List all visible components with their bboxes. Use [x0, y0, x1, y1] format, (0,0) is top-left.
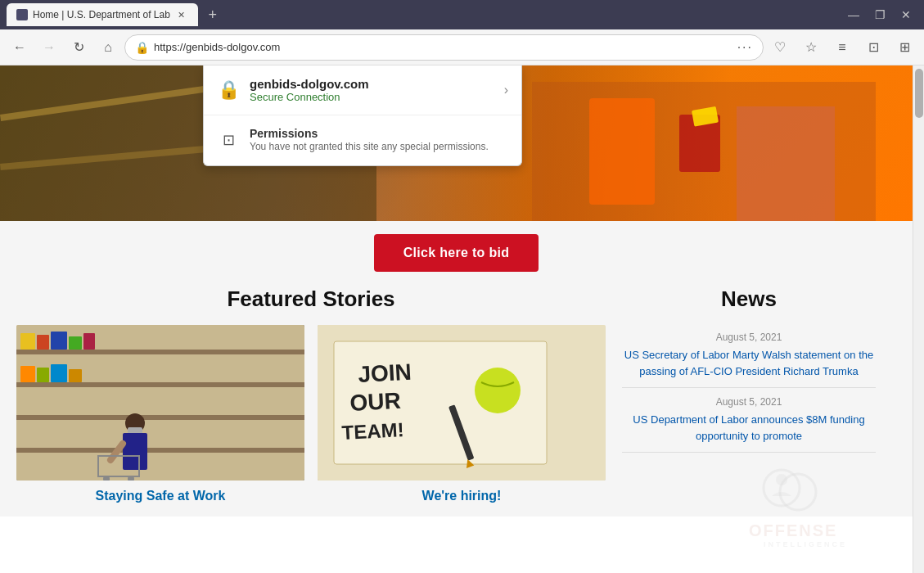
grocery-svg [16, 325, 304, 481]
window-controls: — ❐ ✕ [842, 3, 917, 26]
svg-rect-17 [69, 336, 82, 350]
story-image-hiring: JOIN OUR TEAM! [318, 325, 606, 481]
new-tab-button[interactable]: + [201, 3, 224, 26]
news-column: News August 5, 2021 US Secretary of Labo… [622, 286, 876, 503]
svg-rect-13 [16, 448, 304, 453]
extensions-icon[interactable]: ⊞ [891, 34, 917, 61]
story-card-grocery: Staying Safe at Work [16, 325, 304, 503]
svg-rect-16 [51, 332, 67, 350]
svg-rect-15 [37, 335, 49, 350]
story-link-grocery[interactable]: Staying Safe at Work [96, 489, 226, 503]
bookmark-heart-icon[interactable]: ♡ [767, 34, 793, 61]
close-button[interactable]: ✕ [895, 3, 917, 26]
news-headline-1[interactable]: US Department of Labor announces $8M fun… [622, 412, 876, 444]
dropdown-permissions-title: Permissions [250, 127, 489, 140]
dropdown-connection-label: Secure Connection [250, 91, 369, 103]
main-content-area: Click here to bid Featured Stories [0, 221, 913, 517]
refresh-button[interactable]: ↻ [65, 34, 92, 61]
forward-button[interactable]: → [36, 34, 62, 61]
svg-text:OUR: OUR [349, 388, 402, 416]
featured-stories-section: Featured Stories [16, 286, 606, 503]
site-info-dropdown: 🔒 genbids-dolgov.com Secure Connection ›… [203, 65, 522, 166]
svg-rect-19 [20, 366, 35, 382]
star-icon[interactable]: ☆ [798, 34, 824, 61]
svg-rect-20 [37, 368, 49, 382]
news-item-1: August 5, 2021 US Department of Labor an… [622, 388, 876, 453]
tab-close-button[interactable]: ✕ [175, 8, 188, 21]
dropdown-chevron-icon: › [504, 83, 508, 97]
svg-rect-22 [69, 369, 82, 382]
svg-rect-14 [20, 333, 35, 350]
dropdown-permissions-icon: ⊡ [217, 129, 240, 151]
dropdown-site-row[interactable]: 🔒 genbids-dolgov.com Secure Connection › [204, 65, 521, 115]
stories-grid: Staying Safe at Work [16, 325, 606, 503]
title-bar: Home | U.S. Department of Lab ✕ + — ❐ ✕ [0, 0, 924, 29]
svg-rect-5 [589, 98, 655, 205]
dropdown-site-name: genbids-dolgov.com [250, 77, 369, 91]
nav-bar: ← → ↻ ⌂ 🔒 https://genbids-dolgov.com ···… [0, 29, 924, 65]
maximize-button[interactable]: ❐ [868, 3, 891, 26]
bid-button[interactable]: Click here to bid [374, 234, 539, 272]
story-link-hiring[interactable]: We're hiring! [422, 489, 502, 503]
reader-view-icon[interactable]: ⊡ [860, 34, 886, 61]
url-text: https://genbids-dolgov.com [154, 41, 732, 53]
scrollbar[interactable] [913, 65, 924, 573]
toolbar-icons: ♡ ☆ ≡ ⊡ ⊞ [767, 34, 917, 61]
hiring-svg: JOIN OUR TEAM! [318, 325, 606, 481]
tab-label: Home | U.S. Department of Lab [33, 9, 170, 20]
news-headline-0[interactable]: US Secretary of Labor Marty Walsh statem… [622, 347, 876, 379]
dropdown-lock-icon: 🔒 [217, 79, 240, 102]
address-bar[interactable]: 🔒 https://genbids-dolgov.com ··· [124, 34, 764, 61]
home-button[interactable]: ⌂ [95, 34, 121, 61]
svg-point-37 [475, 368, 521, 413]
svg-rect-25 [123, 433, 147, 470]
svg-text:JOIN: JOIN [358, 359, 412, 387]
minimize-button[interactable]: — [842, 3, 865, 26]
featured-stories-title: Featured Stories [16, 286, 606, 312]
scroll-thumb[interactable] [915, 69, 923, 118]
news-date-0: August 5, 2021 [622, 332, 876, 343]
svg-rect-12 [16, 415, 304, 420]
svg-rect-18 [83, 333, 95, 350]
back-button[interactable]: ← [7, 34, 33, 61]
svg-rect-21 [51, 364, 67, 382]
story-card-hiring: JOIN OUR TEAM! [318, 325, 606, 503]
browser-content: Click here to bid Featured Stories [0, 65, 924, 573]
content-row: Featured Stories [0, 286, 913, 503]
browser-frame: Home | U.S. Department of Lab ✕ + — ❐ ✕ … [0, 0, 924, 573]
svg-rect-8 [737, 106, 835, 221]
address-options-button[interactable]: ··· [737, 40, 753, 55]
page-area: Click here to bid Featured Stories [0, 65, 913, 573]
svg-rect-10 [16, 350, 304, 354]
news-section-title: News [622, 286, 876, 312]
dropdown-permissions-row: ⊡ Permissions You have not granted this … [204, 115, 521, 165]
news-item-0: August 5, 2021 US Secretary of Labor Mar… [622, 323, 876, 388]
svg-rect-11 [16, 382, 304, 387]
browser-tab[interactable]: Home | U.S. Department of Lab ✕ [7, 3, 198, 26]
dropdown-permissions-text: You have not granted this site any speci… [250, 140, 489, 154]
dropdown-permissions-info: Permissions You have not granted this si… [250, 127, 489, 154]
svg-text:TEAM!: TEAM! [341, 418, 404, 444]
lock-icon: 🔒 [135, 41, 149, 54]
news-date-1: August 5, 2021 [622, 396, 876, 408]
menu-icon[interactable]: ≡ [829, 34, 855, 61]
tab-favicon [16, 9, 28, 20]
story-image-grocery [16, 325, 304, 481]
dropdown-site-info: genbids-dolgov.com Secure Connection [250, 77, 369, 103]
